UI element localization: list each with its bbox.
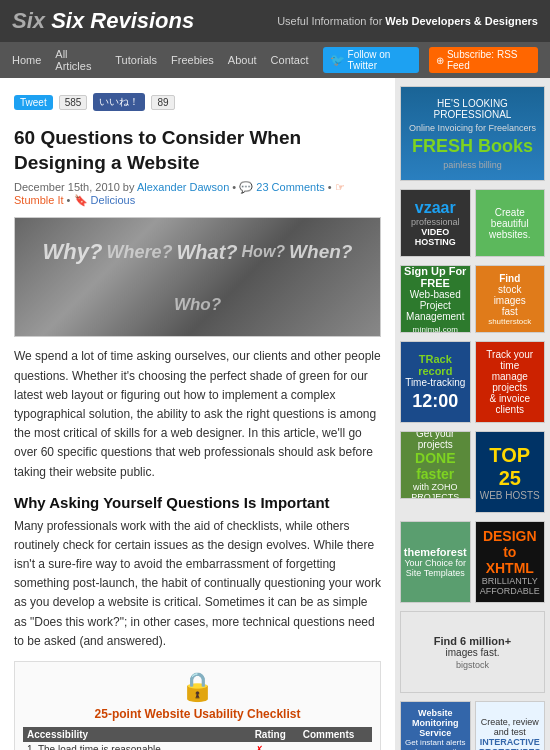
hero-word-6: Who? [174,295,221,315]
hero-word-5: When? [289,241,352,263]
site-tagline: Useful Information for Web Developers & … [277,15,538,27]
hero-word-3: What? [176,241,237,264]
table-row: 1. The load time is reasonable✗ [23,742,372,750]
vzaar-line2: VIDEO HOSTING [404,227,467,247]
checklist-icon: 🔒 [23,670,372,703]
author-link[interactable]: Alexander Dawson [137,181,229,193]
ad-double-row-2: Sign Up For FREE Web-based Project Manag… [400,265,545,333]
mj-line2: INTERACTIVE PROTOTYPES [479,737,542,750]
top25-line1: TOP 25 [479,444,542,490]
sidebar: HE'S LOOKING PROFESSIONAL Online Invoici… [395,78,550,750]
sq-line1: Create [495,207,525,218]
ad-freshbooks-line1: HE'S LOOKING PROFESSIONAL [406,98,539,120]
top25-line2: WEB HOSTS [480,490,540,501]
nav-contact[interactable]: Contact [271,54,309,66]
article-date: December 15th, 2010 [14,181,120,193]
ad-squarespace[interactable]: Create beautiful websites. [475,189,546,257]
ad-shutterstock[interactable]: Find stock images fast shutterstock [475,265,546,333]
ss-line1: Find [499,273,520,284]
ss-line3: images [494,295,526,306]
rss-subscribe-btn[interactable]: ⊕ Subscribe: RSS Feed [429,47,538,73]
ad-freshbooks-sub: painless billing [443,160,502,170]
col-accessibility: Accessibility [23,727,251,742]
pm-line1: Sign Up For FREE [404,265,467,289]
monitor-line1: Website Monitoring Service [404,708,467,738]
fb-count: 89 [151,95,174,110]
checklist-box: 🔒 25-point Website Usability Checklist A… [14,661,381,750]
nav-all-articles[interactable]: All Articles [55,48,101,72]
facebook-like-button[interactable]: いいね！ [93,93,145,111]
sq-line2: beautiful [491,218,529,229]
design-line1: DESIGN to XHTML [479,528,542,576]
ad-double-row-5: themeforest Your Choice for Site Templat… [400,521,545,603]
site-title[interactable]: Six Six Revisions [12,8,194,34]
col-rating: Rating [251,727,299,742]
ad-double-row-3: TRack record Time-tracking 12:00 Track y… [400,341,545,423]
bs-brand: bigstock [456,660,489,670]
ad-freshbooks-line2: Online Invoicing for Freelancers [409,123,536,133]
article-body: 60 Questions to Consider When Designing … [14,126,381,750]
paymo-line1: Track your time [479,349,542,371]
tf-line2: Your Choice for Site Templates [404,558,467,578]
tweet-count: 585 [59,95,88,110]
twitter-follow-btn[interactable]: 🐦 Follow on Twitter [323,47,419,73]
track-brand: TRack record [404,353,467,377]
ad-zoho-done[interactable]: Get your projects DONE faster with ZOHO … [400,431,471,499]
ad-bigstock[interactable]: Find 6 million+ images fast. bigstock [400,611,545,693]
nav-home[interactable]: Home [12,54,41,66]
checklist-table: Accessibility Rating Comments 1. The loa… [23,727,372,750]
nav-freebies[interactable]: Freebies [171,54,214,66]
ad-double-row-6: Website Monitoring Service Get instant a… [400,701,545,750]
tf-line1: themeforest [404,546,467,558]
ss-line2: stock [498,284,521,295]
ad-design[interactable]: DESIGN to XHTML BRILLIANTLY AFFORDABLE [475,521,546,603]
ss-line4: fast [502,306,518,317]
bs-line1: Find 6 million+ [434,635,511,647]
ad-top25[interactable]: TOP 25 WEB HOSTS [475,431,546,513]
delicious-link[interactable]: 🔖 Delicious [74,194,136,206]
track-clock: 12:00 [412,391,458,412]
nav-tutorials[interactable]: Tutorials [115,54,157,66]
zoho-line1: Get your projects [404,431,467,450]
nav-social: 🐦 Follow on Twitter ⊕ Subscribe: RSS Fee… [323,47,538,73]
checklist-title: 25-point Website Usability Checklist [23,707,372,721]
hero-word-4: How? [242,243,286,261]
ad-website-monitor[interactable]: Website Monitoring Service Get instant a… [400,701,471,750]
paymo-line3: & invoice clients [479,393,542,415]
article-meta: December 15th, 2010 by Alexander Dawson … [14,181,381,207]
main-content: Tweet 585 いいね！ 89 60 Questions to Consid… [0,78,395,750]
col-comments: Comments [299,727,372,742]
article-paragraph-2: Many professionals work with the aid of … [14,517,381,651]
article-hero-image: Why? Where? What? How? When? Who? [14,217,381,337]
article-title: 60 Questions to Consider When Designing … [14,126,381,175]
paymo-line2: manage projects [479,371,542,393]
hero-word-1: Why? [43,239,103,265]
design-line2: BRILLIANTLY AFFORDABLE [479,576,542,596]
monitor-line2: Get instant alerts when your site goes d… [404,738,467,750]
nav-about[interactable]: About [228,54,257,66]
social-share-bar: Tweet 585 いいね！ 89 [14,88,381,116]
zoho-done: DONE faster [404,450,467,482]
ad-double-row-1: vzaar professional VIDEO HOSTING Create … [400,189,545,257]
ad-vzaar[interactable]: vzaar professional VIDEO HOSTING [400,189,471,257]
main-nav: Home All Articles Tutorials Freebies Abo… [0,42,550,78]
hero-word-2: Where? [106,242,172,263]
tweet-button[interactable]: Tweet [14,95,53,110]
ad-double-row-4: Get your projects DONE faster with ZOHO … [400,431,545,513]
site-header: Six Six Revisions Useful Information for… [0,0,550,42]
ad-track-record[interactable]: TRack record Time-tracking 12:00 [400,341,471,423]
ad-paymo[interactable]: Track your time manage projects & invoic… [475,341,546,423]
pm-site: mínimal.com [413,325,458,334]
article-paragraph-1: We spend a lot of time asking ourselves,… [14,347,381,481]
ad-freshbooks[interactable]: HE'S LOOKING PROFESSIONAL Online Invoici… [400,86,545,181]
vzaar-brand: vzaar [415,199,456,217]
vzaar-line1: professional [411,217,460,227]
mj-line1: Create, review and test [479,717,542,737]
comments-link[interactable]: 💬 23 Comments [239,181,328,193]
pm-line2: Web-based Project Management [404,289,467,322]
ad-mindjet[interactable]: Create, review and test INTERACTIVE PROT… [475,701,546,750]
sq-line3: websites. [489,229,531,240]
ad-themeforest[interactable]: themeforest Your Choice for Site Templat… [400,521,471,603]
ad-project-mgmt[interactable]: Sign Up For FREE Web-based Project Manag… [400,265,471,333]
section-heading-1: Why Asking Yourself Questions Is Importa… [14,494,381,511]
